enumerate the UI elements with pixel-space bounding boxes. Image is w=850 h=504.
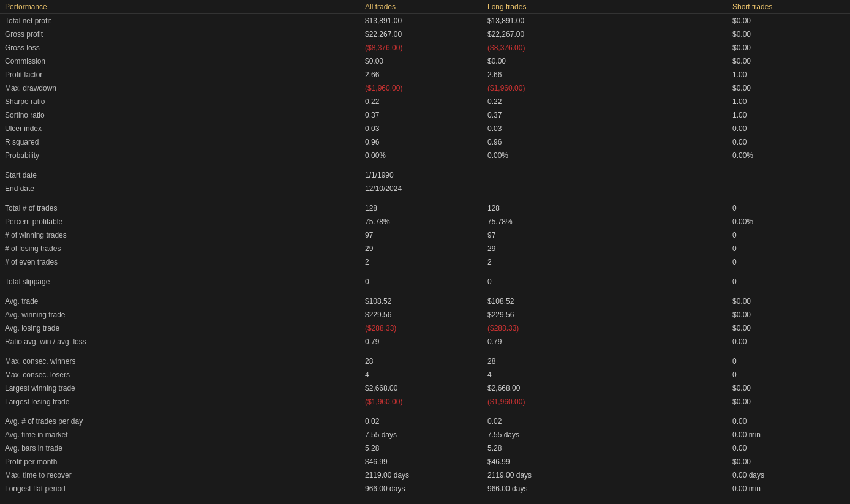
row-label: Max. time to recover	[0, 468, 360, 482]
table-row: Sortino ratio0.370.371.00	[0, 108, 850, 122]
long-trades-value: 2119.00 days	[483, 468, 728, 482]
row-label: R squared	[0, 135, 360, 149]
row-label: Max. drawdown	[0, 81, 360, 95]
row-label: End date	[0, 182, 360, 195]
separator-row	[0, 288, 850, 295]
all-trades-value: $376.79	[360, 502, 483, 504]
table-row: Commission$0.00$0.00$0.00	[0, 55, 850, 68]
all-trades-value: 5.28	[360, 442, 483, 455]
long-trades-value: $13,891.00	[483, 14, 728, 28]
short-trades-value	[728, 168, 850, 182]
long-trades-value: 75.78%	[483, 215, 728, 228]
long-trades-value: 0.37	[483, 108, 728, 122]
row-label: Avg. # of trades per day	[0, 415, 360, 428]
short-trades-value: 0	[728, 242, 850, 255]
table-row: Gross profit$22,267.00$22,267.00$0.00	[0, 28, 850, 41]
separator-row	[0, 162, 850, 168]
separator-row	[0, 408, 850, 415]
all-trades-value: ($1,960.00)	[360, 81, 483, 95]
table-row: Max. consec. winners28280	[0, 355, 850, 368]
table-row: Avg. MAE$376.79$376.79$0.00	[0, 502, 850, 504]
table-row: # of losing trades29290	[0, 242, 850, 255]
all-trades-value: 0.02	[360, 415, 483, 428]
table-row: Probability0.00%0.00%0.00%	[0, 149, 850, 162]
short-trades-value: 0.00 min	[728, 428, 850, 442]
row-label: Avg. losing trade	[0, 322, 360, 335]
all-trades-value: 7.55 days	[360, 428, 483, 442]
all-trades-value: 2119.00 days	[360, 468, 483, 482]
long-trades-value: $229.56	[483, 308, 728, 322]
short-trades-value: 0.00 min	[728, 482, 850, 495]
long-trades-value: 97	[483, 228, 728, 242]
table-row: Gross loss($8,376.00)($8,376.00)$0.00	[0, 41, 850, 55]
row-label: Commission	[0, 55, 360, 68]
table-row: Profit per month$46.99$46.99$0.00	[0, 455, 850, 468]
header-long-trades: Long trades	[483, 0, 728, 14]
short-trades-value: 0	[728, 368, 850, 382]
row-label: Avg. bars in trade	[0, 442, 360, 455]
long-trades-value: ($8,376.00)	[483, 41, 728, 55]
all-trades-value: ($1,960.00)	[360, 395, 483, 408]
short-trades-value: 0.00	[728, 442, 850, 455]
short-trades-value: 0.00	[728, 335, 850, 348]
row-label: Largest winning trade	[0, 382, 360, 395]
row-label: Longest flat period	[0, 482, 360, 495]
table-row: Start date1/1/1990	[0, 168, 850, 182]
long-trades-value: $376.79	[483, 502, 728, 504]
all-trades-value: 966.00 days	[360, 482, 483, 495]
table-row: Total net profit$13,891.00$13,891.00$0.0…	[0, 14, 850, 28]
long-trades-value: 966.00 days	[483, 482, 728, 495]
short-trades-value: $0.00	[728, 322, 850, 335]
short-trades-value: $0.00	[728, 502, 850, 504]
row-label: Profit factor	[0, 68, 360, 81]
all-trades-value: $0.00	[360, 55, 483, 68]
long-trades-value: 2.66	[483, 68, 728, 81]
table-row: Max. time to recover2119.00 days2119.00 …	[0, 468, 850, 482]
long-trades-value: 128	[483, 201, 728, 215]
all-trades-value: 0.96	[360, 135, 483, 149]
header-performance: Performance	[0, 0, 360, 14]
long-trades-value: 4	[483, 368, 728, 382]
long-trades-value: 0.22	[483, 95, 728, 108]
short-trades-value: $0.00	[728, 295, 850, 308]
short-trades-value: 0	[728, 275, 850, 288]
table-row: Avg. winning trade$229.56$229.56$0.00	[0, 308, 850, 322]
row-label: Gross loss	[0, 41, 360, 55]
short-trades-value: $0.00	[728, 308, 850, 322]
row-label: Total # of trades	[0, 201, 360, 215]
long-trades-value: 28	[483, 355, 728, 368]
long-trades-value: 0.03	[483, 122, 728, 135]
long-trades-value: 29	[483, 242, 728, 255]
long-trades-value	[483, 182, 728, 195]
table-row: # of winning trades97970	[0, 228, 850, 242]
row-label: Percent profitable	[0, 215, 360, 228]
table-row: Profit factor2.662.661.00	[0, 68, 850, 81]
performance-table: Performance All trades Long trades Short…	[0, 0, 850, 504]
short-trades-value: 0.00%	[728, 149, 850, 162]
table-row: Ratio avg. win / avg. loss0.790.790.00	[0, 335, 850, 348]
table-row: Largest winning trade$2,668.00$2,668.00$…	[0, 382, 850, 395]
all-trades-value: $229.56	[360, 308, 483, 322]
table-row: Avg. trade$108.52$108.52$0.00	[0, 295, 850, 308]
row-label: Probability	[0, 149, 360, 162]
row-label: Avg. time in market	[0, 428, 360, 442]
table-row: Avg. bars in trade5.285.280.00	[0, 442, 850, 455]
table-row: Avg. # of trades per day0.020.020.00	[0, 415, 850, 428]
long-trades-value: $108.52	[483, 295, 728, 308]
short-trades-value: $0.00	[728, 455, 850, 468]
row-label: Ulcer index	[0, 122, 360, 135]
all-trades-value: 0.03	[360, 122, 483, 135]
short-trades-value: $0.00	[728, 41, 850, 55]
short-trades-value: $0.00	[728, 14, 850, 28]
table-row: Total slippage000	[0, 275, 850, 288]
row-label: Max. consec. winners	[0, 355, 360, 368]
all-trades-value: $2,668.00	[360, 382, 483, 395]
all-trades-value: 128	[360, 201, 483, 215]
long-trades-value: $0.00	[483, 55, 728, 68]
row-label: Gross profit	[0, 28, 360, 41]
header-all-trades: All trades	[360, 0, 483, 14]
long-trades-value: 0.96	[483, 135, 728, 149]
short-trades-value	[728, 182, 850, 195]
all-trades-value: $108.52	[360, 295, 483, 308]
row-label: # of even trades	[0, 255, 360, 269]
